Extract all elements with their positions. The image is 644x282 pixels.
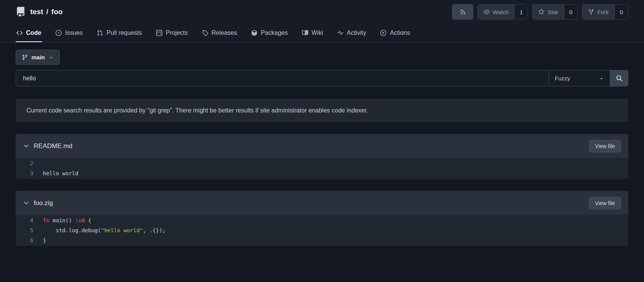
tab-packages-label: Packages [261, 29, 288, 36]
project-board-icon [156, 30, 162, 36]
line-code: std.log.debug("hello world", .{}); [38, 225, 165, 235]
tab-code-label: Code [26, 29, 41, 36]
view-file-button[interactable]: View file [589, 140, 621, 152]
tab-projects-label: Projects [166, 29, 188, 36]
fork-count[interactable]: 0 [615, 5, 628, 19]
repo-icon [16, 7, 26, 17]
tab-code[interactable]: Code [16, 24, 42, 42]
line-number: 4 [16, 215, 38, 225]
search-result-readme: README.md View file 2 3 hello world [16, 134, 628, 179]
watch-button-group: Watch 1 [477, 4, 528, 20]
main-content: main Fuzzy Current code search results a… [0, 42, 644, 246]
search-input[interactable] [16, 70, 549, 86]
star-count[interactable]: 0 [564, 5, 577, 19]
play-circle-icon [380, 30, 386, 36]
repo-name-link[interactable]: foo [51, 8, 63, 16]
tab-projects[interactable]: Projects [155, 24, 189, 42]
tab-wiki-label: Wiki [312, 29, 323, 36]
code-line: 6 } [16, 235, 628, 245]
tab-actions[interactable]: Actions [379, 24, 410, 42]
star-button[interactable]: Star [533, 5, 564, 19]
eye-icon [484, 9, 490, 15]
code-snippet: 2 3 hello world [16, 158, 628, 179]
code-line: 3 hello world [16, 168, 628, 178]
tab-releases[interactable]: Releases [201, 24, 238, 42]
tab-pull-requests-label: Pull requests [106, 29, 142, 36]
tab-pull-requests[interactable]: Pull requests [96, 24, 143, 42]
fork-button-group: Fork 0 [582, 4, 628, 20]
watch-count[interactable]: 1 [514, 5, 528, 19]
line-number: 6 [16, 235, 38, 245]
branch-selector-button[interactable]: main [16, 50, 60, 65]
chevron-down-icon[interactable] [23, 143, 29, 149]
search-mode-dropdown[interactable]: Fuzzy [549, 70, 610, 86]
line-number: 2 [16, 158, 38, 168]
search-button[interactable] [610, 70, 628, 86]
tab-packages[interactable]: Packages [250, 24, 288, 42]
chevron-down-icon [599, 76, 604, 81]
line-code: } [38, 235, 46, 245]
branch-name: main [31, 54, 45, 60]
repo-title: test / foo [30, 8, 63, 16]
watch-button[interactable]: Watch [478, 5, 515, 19]
chevron-down-icon [48, 55, 54, 60]
result-header: README.md View file [16, 134, 628, 158]
search-mode-value: Fuzzy [555, 75, 570, 82]
repo-actions-bar: Watch 1 Star 0 Fork [452, 4, 628, 20]
rss-icon [459, 9, 466, 15]
git-branch-icon [22, 54, 28, 60]
code-line: 2 [16, 158, 628, 168]
search-notice-text: Current code search results are provided… [26, 107, 368, 114]
line-number: 5 [16, 225, 38, 235]
tab-issues-label: Issues [65, 29, 83, 36]
issue-opened-icon [56, 30, 62, 36]
code-snippet: 4 fn main() !u8 { 5 std.log.debug("hello… [16, 215, 628, 246]
star-button-group: Star 0 [532, 4, 578, 20]
tab-releases-label: Releases [212, 29, 237, 36]
search-result-foo-zig: foo.zig View file 4 fn main() !u8 { 5 st… [16, 191, 628, 246]
chevron-down-icon[interactable] [23, 200, 29, 206]
result-filename[interactable]: README.md [34, 142, 72, 150]
result-filename[interactable]: foo.zig [34, 199, 53, 207]
result-header: foo.zig View file [16, 191, 628, 215]
star-icon [538, 9, 544, 15]
watch-button-label: Watch [493, 9, 509, 15]
code-line: 4 fn main() !u8 { [16, 215, 628, 225]
star-button-label: Star [548, 9, 558, 15]
repo-title-row: test / foo Watch 1 [16, 0, 628, 24]
tab-wiki[interactable]: Wiki [301, 24, 324, 42]
tab-activity-label: Activity [347, 29, 366, 36]
tag-icon [202, 30, 208, 36]
view-file-button[interactable]: View file [589, 197, 621, 209]
search-icon [616, 75, 623, 82]
tab-activity[interactable]: Activity [337, 24, 367, 42]
code-line: 5 std.log.debug("hello world", .{}); [16, 225, 628, 235]
repo-tabs: Code Issues Pull requests Projects Relea… [16, 24, 628, 42]
line-number: 3 [16, 168, 38, 178]
book-icon [302, 30, 308, 36]
code-search-bar: Fuzzy [16, 70, 628, 86]
repo-title-separator: / [46, 8, 48, 16]
repo-header: test / foo Watch 1 [0, 0, 644, 42]
git-pull-request-icon [97, 30, 103, 36]
line-code [38, 158, 43, 168]
line-code: fn main() !u8 { [38, 215, 91, 225]
repo-owner-link[interactable]: test [30, 8, 43, 16]
tab-actions-label: Actions [390, 29, 410, 36]
git-fork-icon [588, 9, 594, 15]
search-notice: Current code search results are provided… [16, 99, 628, 122]
fork-button[interactable]: Fork [582, 5, 615, 19]
code-icon [16, 30, 23, 36]
package-icon [251, 30, 257, 36]
line-code: hello world [38, 168, 78, 178]
tab-issues[interactable]: Issues [55, 24, 83, 42]
rss-button[interactable] [452, 4, 473, 20]
fork-button-label: Fork [597, 9, 609, 15]
pulse-icon [337, 30, 343, 36]
